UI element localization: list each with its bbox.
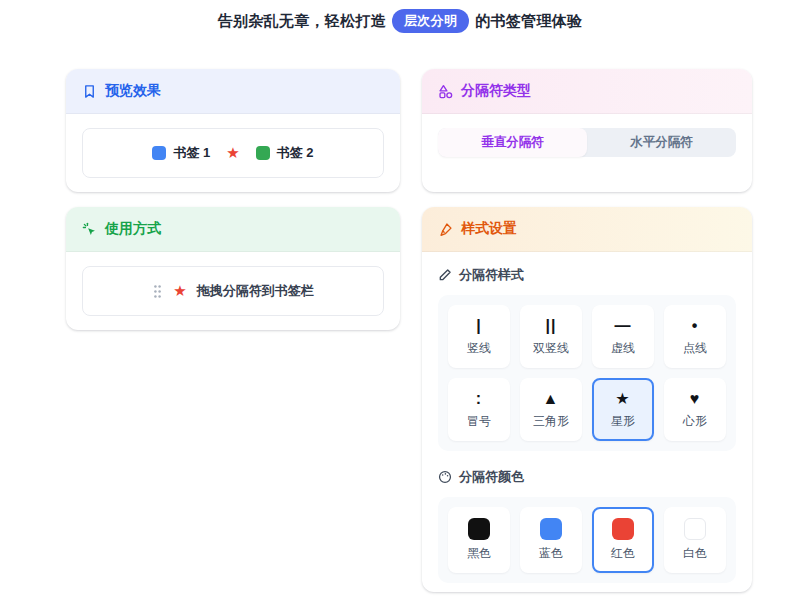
drag-handle-icon [152,284,163,299]
bookmark-label-2: 书签 2 [277,144,314,162]
color-option-black[interactable]: 黑色 [448,507,510,573]
pen-icon [438,268,452,282]
dotted-line-glyph: • [692,317,699,335]
bookmark-icon [82,84,97,99]
double-line-glyph: || [546,317,557,335]
bookmark-bar-preview: 书签 1 ★ 书签 2 [82,128,384,178]
left-column: 预览效果 书签 1 ★ 书签 2 [66,69,400,592]
bookmark-chip-2: 书签 2 [256,144,314,162]
preview-card: 预览效果 书签 1 ★ 书签 2 [66,69,400,192]
color-options-grid: 黑色 蓝色 红色 白色 [438,497,736,583]
style-option-double-line[interactable]: || 双竖线 [520,305,582,368]
separator-style-label-text: 分隔符样式 [459,266,524,284]
red-swatch [612,518,634,540]
vertical-line-glyph: | [476,317,481,335]
separator-type-card: 分隔符类型 垂直分隔符 水平分隔符 [422,69,752,192]
draggable-separator[interactable]: ★ 拖拽分隔符到书签栏 [152,282,313,300]
preview-card-header: 预览效果 [66,69,400,114]
bookmark-label-1: 书签 1 [173,144,210,162]
style-option-dashed-line[interactable]: — 虚线 [592,305,654,368]
separator-type-title: 分隔符类型 [461,82,531,100]
style-option-triangle[interactable]: ▲ 三角形 [520,378,582,441]
paintbrush-icon [438,222,453,237]
bookmark-chip-1: 书签 1 [152,144,210,162]
usage-demo-box: ★ 拖拽分隔符到书签栏 [82,266,384,316]
shapes-icon [438,84,453,99]
color-option-blue[interactable]: 蓝色 [520,507,582,573]
style-options-grid: | 竖线 || 双竖线 — 虚线 • 点线 [438,295,736,451]
tab-vertical-separator[interactable]: 垂直分隔符 [438,128,587,157]
triangle-glyph: ▲ [543,390,560,408]
color-option-red[interactable]: 红色 [592,507,654,573]
style-settings-card: 样式设置 分隔符样式 | 竖线 || 双竖线 [422,207,752,592]
dashed-line-glyph: — [615,317,632,335]
color-option-white[interactable]: 白色 [664,507,726,573]
palette-icon [438,470,452,484]
star-separator-icon: ★ [226,144,239,162]
cursor-click-icon [82,222,97,237]
hero-prefix: 告别杂乱无章，轻松打造 [218,12,386,29]
star-separator-icon: ★ [173,282,186,300]
separator-color-label-text: 分隔符颜色 [459,468,524,486]
style-settings-title: 样式设置 [461,220,517,238]
style-option-colon[interactable]: : 冒号 [448,378,510,441]
separator-type-header: 分隔符类型 [422,69,752,114]
white-swatch [684,518,706,540]
main-layout: 预览效果 书签 1 ★ 书签 2 [66,69,800,592]
separator-type-body: 垂直分隔符 水平分隔符 [422,114,752,171]
usage-card-header: 使用方式 [66,207,400,252]
colon-glyph: : [476,390,482,408]
usage-instruction: 拖拽分隔符到书签栏 [197,282,314,300]
style-settings-body: 分隔符样式 | 竖线 || 双竖线 — 虚线 [422,252,752,592]
hero-tagline: 告别杂乱无章，轻松打造层次分明的书签管理体验 [0,0,800,33]
hero-suffix: 的书签管理体验 [475,12,582,29]
bookmark-favicon-green [256,146,270,160]
style-option-vertical-line[interactable]: | 竖线 [448,305,510,368]
style-option-dotted-line[interactable]: • 点线 [664,305,726,368]
preview-card-body: 书签 1 ★ 书签 2 [66,114,400,192]
blue-swatch [540,518,562,540]
usage-card-title: 使用方式 [105,220,161,238]
heart-glyph: ♥ [690,390,701,408]
hero-badge: 层次分明 [392,9,469,33]
separator-type-tabs: 垂直分隔符 水平分隔符 [438,128,736,157]
usage-card-body: ★ 拖拽分隔符到书签栏 [66,252,400,330]
bookmark-favicon-blue [152,146,166,160]
style-option-heart[interactable]: ♥ 心形 [664,378,726,441]
star-glyph: ★ [615,390,630,408]
black-swatch [468,518,490,540]
separator-color-label: 分隔符颜色 [438,468,736,486]
right-column: 分隔符类型 垂直分隔符 水平分隔符 样式设置 [422,69,752,592]
usage-card: 使用方式 ★ 拖拽分隔符到书签栏 [66,207,400,330]
style-settings-header: 样式设置 [422,207,752,252]
style-option-star[interactable]: ★ 星形 [592,378,654,441]
tab-horizontal-separator[interactable]: 水平分隔符 [587,128,736,157]
separator-style-label: 分隔符样式 [438,266,736,284]
preview-card-title: 预览效果 [105,82,161,100]
